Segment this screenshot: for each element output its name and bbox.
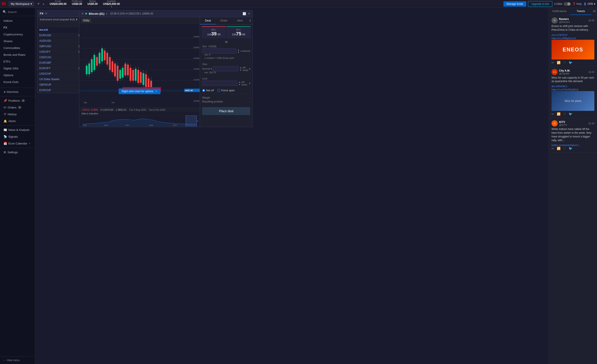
sidebar-item-positions[interactable]: 📌 Positions 0 — [0, 97, 35, 104]
stop-input[interactable] — [213, 66, 239, 71]
upgrade-button[interactable]: Upgrade to live — [528, 1, 552, 7]
fx-instrument[interactable]: EUR/GBP — [38, 60, 70, 66]
cityam-retweet[interactable]: 🔁 — [557, 112, 560, 116]
cityam-like[interactable]: ♡ — [563, 112, 566, 116]
workspace-selector[interactable]: My Workspace ▾ — [8, 1, 34, 6]
fx-instrument[interactable]: USD/CAD — [38, 55, 70, 60]
sidebar-item-crypto[interactable]: Cryptocurrency — [0, 31, 35, 38]
mini-chart-expand[interactable]: » — [196, 115, 200, 126]
reuters-link1[interactable]: reut.rs/3kZfXof — [551, 33, 594, 37]
stop-type-dropdown[interactable]: ▾ — [211, 68, 212, 70]
one-click-switch[interactable] — [564, 2, 571, 6]
deal-info-icon[interactable]: ℹ — [248, 17, 252, 24]
sidebar-item-settings[interactable]: ⚙ Settings — [0, 149, 35, 156]
cityam-link1[interactable]: dlvr.it/RhKML5 — [551, 84, 594, 88]
sidebar-item-econ-calendar[interactable]: 📅 Econ Calendar ↗ — [0, 140, 35, 147]
cityam-reply[interactable]: ↩ — [551, 112, 554, 116]
deal-tab-alert[interactable]: Alert — [232, 17, 248, 24]
sidebar-item-signals[interactable]: 📡 Signals — [0, 133, 35, 140]
igtv-twitter[interactable]: 🐦 — [569, 147, 572, 150]
sidebar-item-commodities[interactable]: Commodities — [0, 45, 35, 51]
igtv-retweet[interactable]: 🔁 — [557, 147, 560, 150]
search-button[interactable]: 🔍 Search — [0, 8, 35, 16]
reuters-like[interactable]: ♡ — [563, 61, 566, 64]
fx-instrument[interactable]: EUR/CHF — [38, 88, 70, 93]
place-deal-button[interactable]: Place deal — [202, 107, 250, 115]
workspace-scroll-right[interactable]: » — [43, 2, 44, 6]
fx-instrument[interactable]: USD/CHF — [38, 71, 70, 77]
one-click-toggle[interactable]: 1-Click — [554, 2, 571, 6]
sidebar-item-options[interactable]: Options — [0, 72, 35, 79]
hide-menu-button[interactable]: ← Hide menu — [4, 359, 31, 362]
tab-notifications[interactable]: Notifications — [549, 8, 570, 15]
available-dropdown-icon[interactable]: ▾ — [111, 6, 112, 8]
size-input[interactable] — [202, 48, 236, 53]
deal-tab-deal[interactable]: Deal — [200, 17, 216, 24]
limit-stepper[interactable]: ▲ ▼ — [238, 81, 241, 86]
btc-menu-icon[interactable]: ≡ — [81, 12, 84, 15]
sidebar-item-bonds[interactable]: Bonds and Rates — [0, 51, 35, 58]
stop-down-arrow[interactable]: ▼ — [240, 69, 242, 71]
sell-price-box[interactable]: SELL 10639.46 — [202, 26, 226, 38]
igtv-like[interactable]: ♡ — [563, 147, 566, 150]
sidebar-item-alerts[interactable]: 🔔 Alerts — [0, 118, 35, 124]
stop-unit-dropdown[interactable]: ▾ — [249, 68, 250, 70]
size-stepper[interactable]: ▲ ▼ — [237, 48, 240, 53]
btc-close[interactable]: ✕ — [248, 12, 250, 15]
sidebar-item-shares[interactable]: Shares — [0, 38, 35, 45]
net-off-radio[interactable] — [202, 89, 205, 92]
funds-stat: Funds US$20,000.00 — [50, 0, 67, 8]
sidebar-item-orders[interactable]: 🏷 Orders 0 — [0, 104, 35, 111]
fx-instrument[interactable]: GBP/EUR — [38, 82, 70, 88]
add-workspace-button[interactable]: + — [36, 1, 41, 6]
tab-tweets[interactable]: Tweets — [570, 8, 591, 15]
tab-all[interactable]: All — [591, 8, 597, 15]
size-up-arrow[interactable]: ▲ — [237, 48, 240, 51]
reuters-twitter[interactable]: 🐦 — [569, 61, 572, 64]
limit-input[interactable] — [202, 81, 237, 86]
user-menu[interactable]: 👤 CFD ▾ — [583, 2, 595, 6]
stop-up-arrow[interactable]: ▲ — [240, 66, 242, 69]
limit-down-arrow[interactable]: ▼ — [238, 83, 241, 86]
fx-instrument[interactable]: EUR/JPY — [38, 66, 70, 71]
sidebar-item-indices[interactable]: Indices — [0, 17, 35, 24]
fx-instrument[interactable]: USD/JPY — [38, 49, 70, 55]
stop-stepper[interactable]: ▲ ▼ — [240, 66, 242, 71]
force-open-radio[interactable] — [217, 89, 220, 92]
chart-period-label[interactable]: Daily — [81, 18, 91, 23]
reuters-retweet[interactable]: 🔁 — [557, 61, 560, 64]
tooltip-close[interactable]: ✕ — [155, 90, 157, 93]
limit-unit-dropdown[interactable]: ▾ — [249, 82, 250, 84]
net-off-option[interactable]: Net off — [202, 89, 214, 92]
igtv-reply[interactable]: ↩ — [551, 147, 554, 150]
sidebar-item-history[interactable]: ⏱ History — [0, 111, 35, 118]
cityam-link2[interactable]: https://t.co/7DmR0yB0rQ — [551, 88, 594, 91]
news-item-cityam: CA City A.M. @CityAM 16:33 Wizz Air cuts… — [549, 67, 597, 118]
size-down-arrow[interactable]: ▼ — [237, 51, 240, 53]
btc-maximize[interactable]: ⬜ — [243, 12, 246, 15]
fx-instrument[interactable]: AUD/USD — [38, 38, 70, 44]
fx-instrument[interactable]: GBP/USD — [38, 44, 70, 49]
help-button[interactable]: ❓ Help — [572, 2, 582, 6]
limit-up-arrow[interactable]: ▲ — [238, 81, 241, 83]
chart-svg-container[interactable]: 13000.00 12500.00 12000.00 11500.00 1100… — [79, 24, 200, 107]
btc-dropdown-icon[interactable]: ▾ — [106, 12, 107, 15]
sidebar-item-digital100s[interactable]: Digital 100s — [0, 65, 35, 72]
reuters-reply[interactable]: ↩ — [551, 61, 554, 64]
deal-tab-order[interactable]: Order — [216, 17, 232, 24]
sidebar-item-news[interactable]: 📰 News & Analysis — [0, 126, 35, 133]
cityam-twitter[interactable]: 🐦 — [569, 112, 572, 116]
reuters-link2[interactable]: https://t.co/f0BgSvrzx3 — [551, 37, 594, 40]
fx-panel-close[interactable]: ✕ — [45, 12, 47, 15]
sidebar-item-fx[interactable]: FX — [0, 24, 35, 31]
manage-funds-button[interactable]: Manage funds — [503, 1, 526, 7]
fx-instrument[interactable]: EUR/USD — [38, 33, 70, 38]
igtv-link1[interactable]: twitter.com/i/web/status/1... — [551, 143, 594, 147]
fx-instrument[interactable]: US Dollar Basket — [38, 77, 70, 82]
watchlists-section[interactable]: ★ Watchlists — [0, 89, 35, 95]
sidebar-item-knockouts[interactable]: Knock-Outs — [0, 79, 35, 85]
sidebar-item-etfs[interactable]: ETFs — [0, 58, 35, 65]
force-open-option[interactable]: Force open — [217, 89, 235, 92]
mini-chart[interactable]: 2014 2016 2017 2018 2019 » — [79, 115, 200, 126]
buy-price-box[interactable]: BUY 10675.46 — [227, 26, 251, 38]
